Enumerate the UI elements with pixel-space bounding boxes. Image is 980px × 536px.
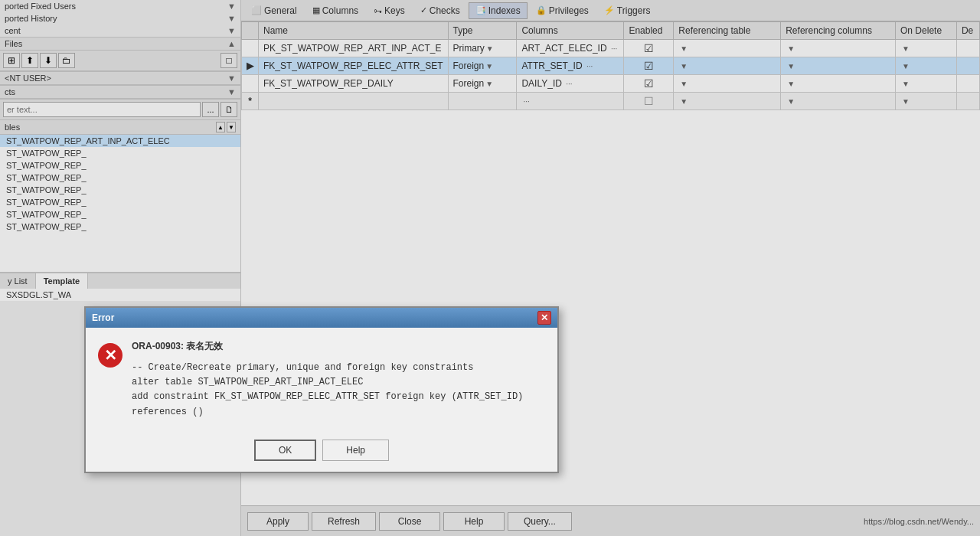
error-code: ORA-00903: 表名无效: [132, 340, 545, 353]
dialog-titlebar: Error ✕: [86, 308, 557, 328]
error-message: -- Create/Recreate primary, unique and f…: [132, 361, 545, 420]
error-dialog: Error ✕ ✕ ORA-00903: 表名无效 -- Create/Recr…: [84, 306, 559, 473]
dialog-body: ✕ ORA-00903: 表名无效 -- Create/Recreate pri…: [86, 328, 557, 432]
dialog-overlay: Error ✕ ✕ ORA-00903: 表名无效 -- Create/Recr…: [0, 0, 980, 536]
dialog-title: Error: [92, 312, 114, 323]
error-line-2: alter table ST_WATPOW_REP_ART_INP_ACT_EL…: [132, 375, 545, 390]
error-line-3: add constraint FK_ST_WATPOW_REP_ELEC_ATT…: [132, 390, 545, 404]
dialog-ok-button[interactable]: OK: [254, 440, 316, 461]
dialog-footer: OK Help: [86, 432, 557, 472]
dialog-close-button[interactable]: ✕: [537, 311, 551, 325]
error-icon: ✕: [98, 343, 122, 368]
dialog-help-button[interactable]: Help: [322, 440, 389, 461]
error-line-1: -- Create/Recreate primary, unique and f…: [132, 361, 545, 375]
dialog-content: ORA-00903: 表名无效 -- Create/Recreate prima…: [132, 340, 545, 420]
error-line-4: references (): [132, 405, 545, 420]
